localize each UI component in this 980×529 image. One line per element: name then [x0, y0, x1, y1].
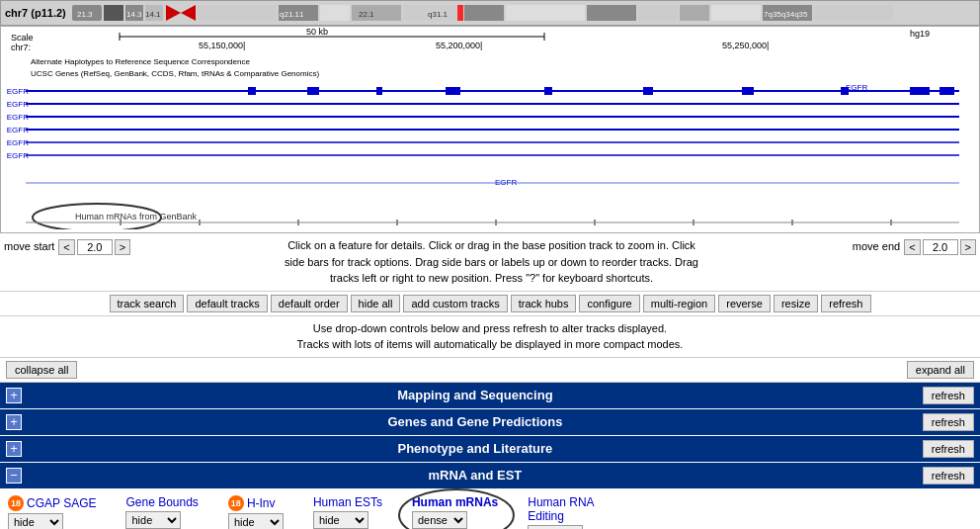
genome-browser-svg[interactable]: Scale chr7: 50 kb hg19 55,150,000| 55,20… — [1, 27, 980, 229]
svg-rect-57 — [643, 87, 653, 95]
svg-text:EGFR: EGFR — [7, 126, 29, 134]
svg-rect-19 — [457, 5, 463, 21]
multi-region-btn[interactable]: multi-region — [643, 295, 715, 312]
configure-btn[interactable]: configure — [579, 295, 639, 312]
move-start-left-btn[interactable]: < — [58, 239, 74, 255]
toolbar-refresh-btn[interactable]: refresh — [821, 295, 870, 312]
default-order-btn[interactable]: default order — [271, 295, 348, 312]
collapse-all-btn[interactable]: collapse all — [6, 361, 77, 379]
gene-bounds-link[interactable]: Gene Bounds — [125, 495, 198, 509]
human-rna-editing-link[interactable]: Human RNAEditing — [528, 495, 594, 523]
genes-title: Genes and Gene Predictions — [28, 414, 923, 429]
svg-text:Alternate Haplotypes to Refere: Alternate Haplotypes to Reference Sequen… — [31, 57, 250, 66]
expand-all-btn[interactable]: expand all — [907, 361, 974, 379]
svg-rect-73 — [594, 220, 596, 225]
hinv-link[interactable]: H-Inv — [247, 496, 276, 510]
mapping-toggle-btn[interactable]: + — [6, 388, 22, 403]
genes-toggle-btn[interactable]: + — [6, 414, 22, 430]
track-hubs-btn[interactable]: track hubs — [511, 295, 577, 312]
cgap-sage-link[interactable]: CGAP SAGE — [27, 496, 96, 510]
svg-marker-4 — [166, 5, 181, 21]
svg-rect-74 — [693, 220, 694, 225]
mrna-refresh-btn[interactable]: refresh — [923, 467, 974, 485]
resize-btn[interactable]: resize — [774, 295, 818, 312]
hinv-badge: 18 — [228, 495, 244, 511]
svg-rect-72 — [495, 220, 497, 225]
chr-bands: 21.3 14.3 14.1 q21.11 22.1 q31.1 7q35q34… — [72, 5, 975, 21]
mapping-refresh-btn[interactable]: refresh — [923, 387, 974, 404]
svg-text:EGFR: EGFR — [846, 83, 867, 92]
svg-text:21.3: 21.3 — [77, 10, 93, 19]
add-custom-tracks-btn[interactable]: add custom tracks — [403, 295, 507, 312]
mapping-title: Mapping and Sequencing — [28, 388, 923, 402]
move-end-input[interactable] — [923, 239, 958, 255]
svg-text:UCSC Genes (RefSeq, GenBank, C: UCSC Genes (RefSeq, GenBank, CCDS, Rfam,… — [31, 69, 319, 78]
cgap-sage-select[interactable]: hide dense squish pack full — [8, 513, 63, 530]
move-start-right-btn[interactable]: > — [115, 239, 130, 255]
svg-marker-5 — [181, 5, 196, 21]
move-end-left-btn[interactable]: < — [904, 239, 920, 255]
gene-bounds-select[interactable]: hide dense squish pack full — [125, 511, 181, 529]
phenotype-toggle-btn[interactable]: + — [6, 441, 22, 457]
svg-rect-71 — [396, 220, 398, 225]
svg-rect-76 — [890, 220, 892, 225]
svg-text:q31.1: q31.1 — [428, 10, 449, 19]
track-section-mapping: + Mapping and Sequencing refresh — [0, 383, 980, 408]
human-mrnas-link[interactable]: Human mRNAs — [412, 495, 498, 509]
svg-rect-61 — [939, 87, 954, 95]
mrna-toggle-btn[interactable]: − — [6, 468, 22, 484]
svg-text:hg19: hg19 — [910, 29, 930, 39]
chr-label: chr7 (p11.2) — [5, 7, 66, 19]
cgap-sage-badge: 18 — [8, 495, 24, 511]
svg-text:EGFR: EGFR — [7, 113, 29, 122]
track-item-hinv: 18 H-Inv hide dense squish pack full — [228, 495, 284, 530]
human-rna-editing-select[interactable]: hide dense squish pack full — [528, 525, 583, 530]
svg-text:22.1: 22.1 — [359, 10, 374, 19]
svg-rect-53 — [307, 87, 319, 95]
svg-text:55,200,000|: 55,200,000| — [436, 41, 482, 50]
svg-text:14.1: 14.1 — [145, 10, 161, 19]
svg-text:EGFR: EGFR — [7, 100, 29, 109]
track-item-human-ests: Human ESTs hide dense squish pack full — [313, 495, 382, 529]
hinv-select[interactable]: hide dense squish pack full — [228, 513, 284, 530]
move-start-label: move start — [4, 240, 54, 252]
svg-text:EGFR: EGFR — [7, 87, 29, 96]
move-end-label: move end — [853, 240, 900, 252]
human-mrnas-select[interactable]: hide dense squish pack full — [412, 511, 467, 529]
svg-rect-56 — [544, 87, 552, 95]
default-tracks-btn[interactable]: default tracks — [187, 295, 267, 312]
genes-refresh-btn[interactable]: refresh — [923, 413, 974, 431]
human-ests-link[interactable]: Human ESTs — [313, 495, 382, 509]
svg-rect-39 — [19, 81, 962, 210]
move-start-input[interactable] — [77, 239, 113, 255]
svg-rect-58 — [742, 87, 754, 95]
track-item-human-mrnas: Human mRNAs hide dense squish pack full — [412, 495, 498, 529]
svg-rect-8 — [320, 5, 350, 21]
track-items-row: 18 CGAP SAGE hide dense squish pack full… — [0, 489, 980, 530]
svg-text:50 kb: 50 kb — [306, 27, 328, 37]
hide-all-btn[interactable]: hide all — [351, 295, 401, 312]
svg-rect-54 — [376, 87, 382, 95]
track-section-phenotype: + Phenotype and Literature refresh — [0, 436, 980, 462]
info-text: Click on a feature for details. Click or… — [130, 237, 853, 287]
phenotype-refresh-btn[interactable]: refresh — [923, 440, 974, 458]
track-search-btn[interactable]: track search — [110, 295, 185, 312]
svg-text:7q35q34q35: 7q35q34q35 — [764, 10, 808, 19]
svg-rect-1 — [104, 5, 123, 21]
reverse-btn[interactable]: reverse — [718, 295, 771, 312]
track-item-human-rna-editing: Human RNAEditing hide dense squish pack … — [528, 495, 594, 530]
svg-text:EGFR: EGFR — [7, 138, 29, 147]
svg-rect-75 — [791, 220, 793, 225]
genome-browser-area: Scale chr7: 50 kb hg19 55,150,000| 55,20… — [0, 26, 980, 233]
svg-text:Scale: Scale — [11, 33, 34, 43]
svg-rect-15 — [680, 5, 709, 21]
svg-rect-70 — [297, 220, 299, 225]
human-ests-select[interactable]: hide dense squish pack full — [313, 511, 368, 529]
instruction-text: Use drop-down controls below and press r… — [0, 316, 980, 358]
navigation-row: move start < > Click on a feature for de… — [0, 233, 980, 292]
svg-text:Human mRNAs from GenBank: Human mRNAs from GenBank — [75, 212, 198, 221]
toolbar: track search default tracks default orde… — [0, 292, 980, 316]
mrna-title: mRNA and EST — [28, 468, 923, 483]
svg-text:EGFR: EGFR — [7, 151, 29, 160]
move-end-right-btn[interactable]: > — [960, 239, 976, 255]
